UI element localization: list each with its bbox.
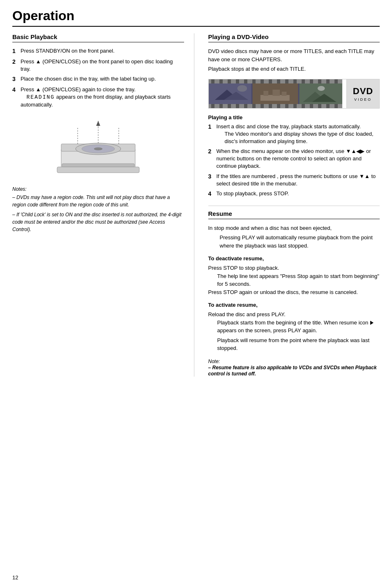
- resume-intro: In stop mode and when a disc has not bee…: [208, 224, 380, 232]
- disc-svg: [53, 115, 143, 181]
- step-4-text: Press ▲ (OPEN/CLOSE) again to close the …: [21, 86, 184, 109]
- dvd-step-3-num: 3: [208, 173, 214, 181]
- deactivate-resume: To deactivate resume, Press STOP to stop…: [208, 255, 380, 296]
- svg-rect-19: [263, 91, 268, 96]
- reading-display: READING: [26, 94, 55, 100]
- dvd-intro-2: Playback stops at the end of each TITLE.: [208, 65, 380, 73]
- step-3-text: Place the chosen disc in the tray, with …: [21, 75, 184, 83]
- film-content: [209, 83, 343, 104]
- svg-point-25: [317, 86, 325, 91]
- step-3-num: 3: [12, 75, 18, 83]
- page-number: 12: [12, 574, 18, 581]
- step-2-text: Press ▲ (OPEN/CLOSE) on the front panel …: [21, 58, 184, 73]
- resume-intro-indent: Pressing PLAY will automatically resume …: [208, 234, 380, 250]
- svg-rect-20: [272, 90, 280, 96]
- resume-note-text: – Resume feature is also applicable to V…: [208, 365, 377, 377]
- play-icon: [370, 321, 374, 325]
- dvd-step-1-text: Insert a disc and close the tray, playba…: [217, 123, 380, 146]
- resume-note-label: Note:: [208, 359, 220, 364]
- step-3: 3 Place the chosen disc in the tray, wit…: [12, 75, 184, 83]
- dvd-logo-text: DVD: [353, 86, 373, 97]
- step-2: 2 Press ▲ (OPEN/CLOSE) on the front pane…: [12, 58, 184, 73]
- dvd-step-1: 1 Insert a disc and close the tray, play…: [208, 123, 380, 146]
- dvd-step-2-text: When the disc menu appear on the video m…: [217, 148, 380, 170]
- dvd-step-4-num: 4: [208, 190, 214, 198]
- note-1: – DVDs may have a region code. This unit…: [12, 194, 184, 208]
- playing-title-steps: 1 Insert a disc and close the tray, play…: [208, 123, 380, 198]
- resume-title: Resume: [208, 210, 380, 219]
- film-holes-top: [209, 79, 343, 83]
- right-column: Playing a DVD-Video DVD video discs may …: [207, 33, 380, 377]
- note-2: – If 'Child Lock' is set to ON and the d…: [12, 211, 184, 233]
- deactivate-line-3: Press STOP again or unload the discs, th…: [208, 288, 380, 296]
- svg-rect-5: [62, 164, 134, 167]
- playing-title-heading: Playing a title: [208, 114, 380, 120]
- deactivate-title: To deactivate resume,: [208, 255, 380, 262]
- film-holes-bottom: [209, 104, 343, 108]
- dvd-video-image: DVD VIDEO: [208, 79, 380, 109]
- dvd-step-4: 4 To stop playback, press STOP.: [208, 190, 380, 198]
- left-column: Basic Playback 1 Press STANDBY/ON on the…: [12, 33, 194, 377]
- activate-line-3: Playback will resume from the point wher…: [208, 336, 380, 352]
- dvd-step-2-num: 2: [208, 148, 214, 156]
- deactivate-line-1: Press STOP to stop playback.: [208, 264, 380, 272]
- step-4-num: 4: [12, 86, 18, 94]
- svg-rect-21: [281, 92, 286, 96]
- activate-title: To activate resume,: [208, 302, 380, 308]
- resume-section: Resume In stop mode and when a disc has …: [208, 206, 380, 377]
- step-2-num: 2: [12, 58, 18, 66]
- activate-resume: To activate resume, Reload the disc and …: [208, 302, 380, 352]
- dvd-step-3: 3 If the titles are numbered , press the…: [208, 173, 380, 188]
- film-strip: [209, 79, 343, 108]
- deactivate-line-2: The help line text appears "Press Stop a…: [208, 272, 380, 288]
- page-title: Operation: [12, 8, 380, 27]
- dvd-step-3-text: If the titles are numbered , press the n…: [217, 173, 380, 188]
- svg-rect-18: [260, 95, 289, 101]
- video-label: VIDEO: [354, 97, 372, 102]
- step-1-num: 1: [12, 47, 18, 56]
- resume-note: Note: – Resume feature is also applicabl…: [208, 358, 380, 377]
- dvd-intro-1: DVD video discs may have one or more TIT…: [208, 47, 380, 63]
- step-1: 1 Press STANDBY/ON on the front panel.: [12, 47, 184, 56]
- step-1-text: Press STANDBY/ON on the front panel.: [21, 47, 184, 55]
- svg-point-16: [237, 85, 247, 92]
- activate-line-1: Reload the disc and press PLAY.: [208, 310, 380, 319]
- basic-playback-title: Basic Playback: [12, 33, 184, 42]
- dvd-step-4-text: To stop playback, press STOP.: [217, 190, 380, 197]
- notes-section: Notes: – DVDs may have a region code. Th…: [12, 186, 184, 233]
- notes-label: Notes:: [12, 186, 184, 192]
- disc-illustration: [12, 115, 184, 182]
- dvd-step-1-num: 1: [208, 123, 214, 131]
- dvd-step-2: 2 When the disc menu appear on the video…: [208, 148, 380, 170]
- playing-dvd-title: Playing a DVD-Video: [208, 33, 380, 42]
- svg-rect-6: [57, 167, 139, 173]
- basic-playback-steps: 1 Press STANDBY/ON on the front panel. 2…: [12, 47, 184, 109]
- activate-line-2: Playback starts from the begining of the…: [208, 319, 380, 335]
- step-4: 4 Press ▲ (OPEN/CLOSE) again to close th…: [12, 86, 184, 109]
- svg-point-4: [94, 148, 102, 150]
- dvd-logo-box: DVD VIDEO: [346, 79, 379, 108]
